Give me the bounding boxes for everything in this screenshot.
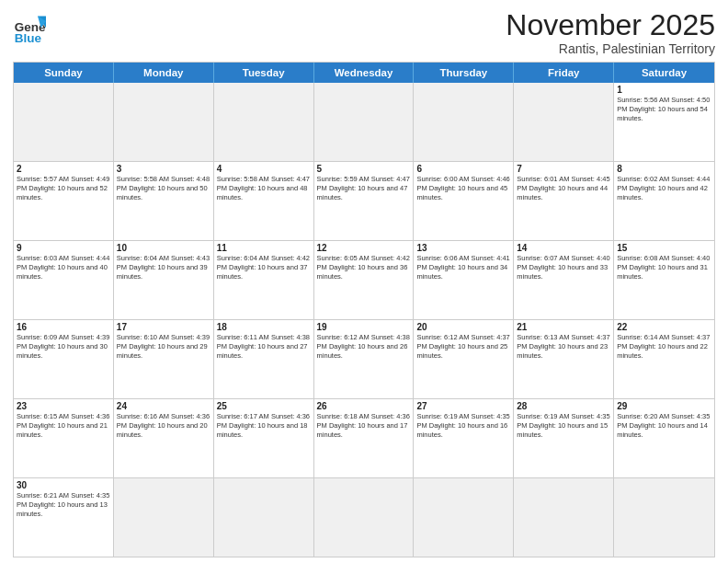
header-day-friday: Friday	[514, 63, 614, 83]
calendar-body: 1Sunrise: 5:56 AM Sunset: 4:50 PM Daylig…	[14, 83, 714, 557]
calendar-cell: 28Sunrise: 6:19 AM Sunset: 4:35 PM Dayli…	[514, 399, 614, 477]
day-info: Sunrise: 6:13 AM Sunset: 4:37 PM Dayligh…	[517, 333, 610, 361]
calendar-cell	[314, 478, 415, 557]
calendar-cell: 8Sunrise: 6:02 AM Sunset: 4:44 PM Daylig…	[614, 162, 714, 240]
day-info: Sunrise: 6:04 AM Sunset: 4:43 PM Dayligh…	[117, 254, 210, 282]
day-number: 1	[617, 85, 711, 95]
day-info: Sunrise: 6:12 AM Sunset: 4:38 PM Dayligh…	[317, 333, 411, 361]
day-number: 23	[17, 401, 110, 411]
day-info: Sunrise: 5:57 AM Sunset: 4:49 PM Dayligh…	[17, 175, 110, 202]
day-number: 27	[416, 401, 510, 411]
calendar-cell: 23Sunrise: 6:15 AM Sunset: 4:36 PM Dayli…	[14, 399, 114, 477]
day-info: Sunrise: 6:10 AM Sunset: 4:39 PM Dayligh…	[117, 333, 210, 361]
calendar-cell: 17Sunrise: 6:10 AM Sunset: 4:39 PM Dayli…	[114, 320, 214, 398]
day-number: 6	[416, 164, 510, 174]
svg-text:Blue: Blue	[15, 31, 42, 45]
day-number: 12	[317, 243, 411, 253]
calendar-cell: 9Sunrise: 6:03 AM Sunset: 4:44 PM Daylig…	[14, 241, 114, 319]
day-number: 30	[17, 480, 110, 490]
calendar-cell: 4Sunrise: 5:58 AM Sunset: 4:47 PM Daylig…	[214, 162, 314, 240]
day-info: Sunrise: 6:19 AM Sunset: 4:35 PM Dayligh…	[416, 412, 510, 440]
calendar-cell: 27Sunrise: 6:19 AM Sunset: 4:35 PM Dayli…	[414, 399, 514, 477]
calendar-cell: 22Sunrise: 6:14 AM Sunset: 4:37 PM Dayli…	[614, 320, 714, 398]
calendar-cell: 24Sunrise: 6:16 AM Sunset: 4:36 PM Dayli…	[114, 399, 214, 477]
day-number: 3	[117, 164, 210, 174]
calendar-cell: 15Sunrise: 6:08 AM Sunset: 4:40 PM Dayli…	[614, 241, 714, 319]
day-info: Sunrise: 6:09 AM Sunset: 4:39 PM Dayligh…	[17, 333, 110, 361]
day-info: Sunrise: 6:03 AM Sunset: 4:44 PM Dayligh…	[17, 254, 110, 282]
day-number: 28	[517, 401, 610, 411]
day-number: 22	[617, 322, 711, 332]
calendar-cell: 20Sunrise: 6:12 AM Sunset: 4:37 PM Dayli…	[414, 320, 514, 398]
day-info: Sunrise: 6:01 AM Sunset: 4:45 PM Dayligh…	[517, 175, 610, 202]
day-number: 19	[317, 322, 411, 332]
calendar-cell: 12Sunrise: 6:05 AM Sunset: 4:42 PM Dayli…	[314, 241, 415, 319]
calendar-cell	[414, 478, 514, 557]
calendar-cell: 29Sunrise: 6:20 AM Sunset: 4:35 PM Dayli…	[614, 399, 714, 477]
day-info: Sunrise: 6:16 AM Sunset: 4:36 PM Dayligh…	[117, 412, 210, 440]
calendar-header: SundayMondayTuesdayWednesdayThursdayFrid…	[14, 63, 714, 83]
calendar-week-4: 16Sunrise: 6:09 AM Sunset: 4:39 PM Dayli…	[14, 319, 714, 398]
day-number: 4	[217, 164, 311, 174]
day-number: 11	[217, 243, 311, 253]
calendar-cell	[614, 478, 714, 557]
day-number: 21	[517, 322, 610, 332]
calendar-week-6: 30Sunrise: 6:21 AM Sunset: 4:35 PM Dayli…	[14, 477, 714, 557]
day-info: Sunrise: 6:08 AM Sunset: 4:40 PM Dayligh…	[617, 254, 711, 282]
day-info: Sunrise: 6:20 AM Sunset: 4:35 PM Dayligh…	[617, 412, 711, 440]
day-number: 14	[517, 243, 610, 253]
day-number: 15	[617, 243, 711, 253]
calendar-cell: 2Sunrise: 5:57 AM Sunset: 4:49 PM Daylig…	[14, 162, 114, 240]
calendar-cell: 6Sunrise: 6:00 AM Sunset: 4:46 PM Daylig…	[414, 162, 514, 240]
day-number: 13	[416, 243, 510, 253]
calendar-cell: 11Sunrise: 6:04 AM Sunset: 4:42 PM Dayli…	[214, 241, 314, 319]
day-info: Sunrise: 6:11 AM Sunset: 4:38 PM Dayligh…	[217, 333, 311, 361]
day-number: 7	[517, 164, 610, 174]
day-number: 5	[317, 164, 411, 174]
day-number: 26	[317, 401, 411, 411]
day-info: Sunrise: 6:15 AM Sunset: 4:36 PM Dayligh…	[17, 412, 110, 440]
header: General Blue November 2025 Rantis, Pales…	[13, 9, 715, 56]
calendar-cell: 10Sunrise: 6:04 AM Sunset: 4:43 PM Dayli…	[114, 241, 214, 319]
calendar-cell: 21Sunrise: 6:13 AM Sunset: 4:37 PM Dayli…	[514, 320, 614, 398]
day-info: Sunrise: 6:00 AM Sunset: 4:46 PM Dayligh…	[416, 175, 510, 202]
calendar-cell: 3Sunrise: 5:58 AM Sunset: 4:48 PM Daylig…	[114, 162, 214, 240]
page: General Blue November 2025 Rantis, Pales…	[0, 0, 728, 563]
month-title: November 2025	[506, 9, 715, 41]
day-info: Sunrise: 6:19 AM Sunset: 4:35 PM Dayligh…	[517, 412, 610, 440]
calendar-week-5: 23Sunrise: 6:15 AM Sunset: 4:36 PM Dayli…	[14, 398, 714, 477]
day-number: 2	[17, 164, 110, 174]
calendar-cell	[314, 83, 415, 161]
calendar-cell	[514, 83, 614, 161]
calendar-cell	[414, 83, 514, 161]
calendar-cell: 1Sunrise: 5:56 AM Sunset: 4:50 PM Daylig…	[614, 83, 714, 161]
day-info: Sunrise: 6:02 AM Sunset: 4:44 PM Dayligh…	[617, 175, 711, 202]
calendar-cell: 16Sunrise: 6:09 AM Sunset: 4:39 PM Dayli…	[14, 320, 114, 398]
calendar-cell: 13Sunrise: 6:06 AM Sunset: 4:41 PM Dayli…	[414, 241, 514, 319]
calendar-cell: 5Sunrise: 5:59 AM Sunset: 4:47 PM Daylig…	[314, 162, 415, 240]
header-day-thursday: Thursday	[414, 63, 514, 83]
day-number: 16	[17, 322, 110, 332]
day-info: Sunrise: 5:58 AM Sunset: 4:48 PM Dayligh…	[117, 175, 210, 202]
calendar-cell	[214, 83, 314, 161]
day-info: Sunrise: 6:17 AM Sunset: 4:36 PM Dayligh…	[217, 412, 311, 440]
day-number: 17	[117, 322, 210, 332]
day-number: 24	[117, 401, 210, 411]
header-day-sunday: Sunday	[14, 63, 114, 83]
calendar-cell	[214, 478, 314, 557]
calendar-week-2: 2Sunrise: 5:57 AM Sunset: 4:49 PM Daylig…	[14, 161, 714, 240]
calendar-cell: 7Sunrise: 6:01 AM Sunset: 4:45 PM Daylig…	[514, 162, 614, 240]
calendar-cell: 30Sunrise: 6:21 AM Sunset: 4:35 PM Dayli…	[14, 478, 114, 557]
day-info: Sunrise: 6:06 AM Sunset: 4:41 PM Dayligh…	[416, 254, 510, 282]
calendar-cell: 19Sunrise: 6:12 AM Sunset: 4:38 PM Dayli…	[314, 320, 415, 398]
header-day-wednesday: Wednesday	[314, 63, 415, 83]
day-number: 20	[416, 322, 510, 332]
calendar-cell: 18Sunrise: 6:11 AM Sunset: 4:38 PM Dayli…	[214, 320, 314, 398]
day-number: 25	[217, 401, 311, 411]
calendar-cell: 25Sunrise: 6:17 AM Sunset: 4:36 PM Dayli…	[214, 399, 314, 477]
day-number: 9	[17, 243, 110, 253]
day-info: Sunrise: 5:59 AM Sunset: 4:47 PM Dayligh…	[317, 175, 411, 202]
calendar-cell	[114, 478, 214, 557]
day-info: Sunrise: 6:05 AM Sunset: 4:42 PM Dayligh…	[317, 254, 411, 282]
day-info: Sunrise: 6:18 AM Sunset: 4:36 PM Dayligh…	[317, 412, 411, 440]
